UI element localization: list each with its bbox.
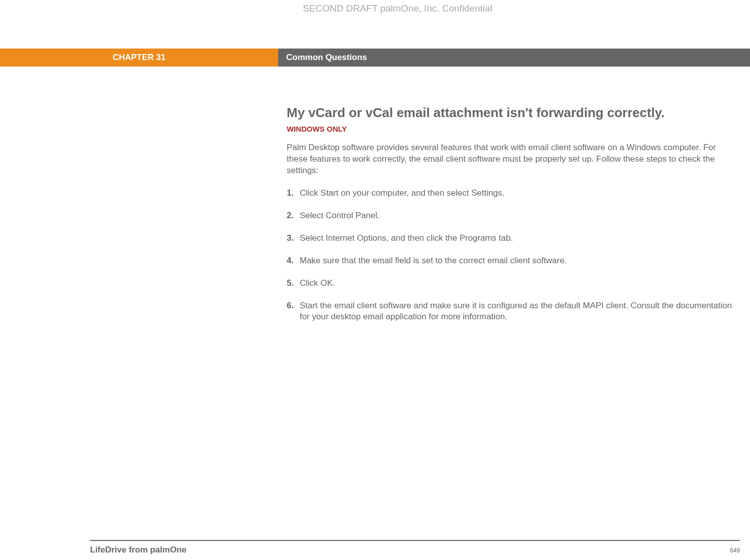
steps-list: 1. Click Start on your computer, and the… xyxy=(287,188,740,323)
step-number: 1. xyxy=(287,188,298,199)
intro-paragraph: Palm Desktop software provides several f… xyxy=(287,142,727,177)
step-number: 4. xyxy=(287,255,298,267)
step-item: 4. Make sure that the email field is set… xyxy=(287,255,740,267)
step-item: 6. Start the email client software and m… xyxy=(287,300,740,323)
chapter-label: CHAPTER 31 xyxy=(0,49,278,67)
footer-title: LifeDrive from palmOne xyxy=(90,545,187,555)
step-text: Start the email client software and make… xyxy=(300,300,740,323)
step-item: 5. Click OK. xyxy=(287,278,740,289)
step-item: 3. Select Internet Options, and then cli… xyxy=(287,233,740,244)
step-item: 1. Click Start on your computer, and the… xyxy=(287,188,740,199)
confidential-header: SECOND DRAFT palmOne, Inc. Confidential xyxy=(0,3,750,14)
step-number: 6. xyxy=(287,300,298,323)
platform-note: WINDOWS ONLY xyxy=(287,125,740,133)
step-item: 2. Select Control Panel. xyxy=(287,210,740,222)
page-footer: LifeDrive from palmOne 649 xyxy=(90,540,740,555)
step-number: 5. xyxy=(287,278,298,289)
step-text: Click Start on your computer, and then s… xyxy=(300,188,740,199)
main-content: My vCard or vCal email attachment isn't … xyxy=(287,105,740,334)
step-text: Make sure that the email field is set to… xyxy=(300,255,740,267)
step-text: Click OK. xyxy=(300,278,740,289)
step-number: 3. xyxy=(287,233,298,244)
chapter-title: Common Questions xyxy=(278,49,750,67)
chapter-header-bar: CHAPTER 31 Common Questions xyxy=(0,49,750,67)
step-text: Select Control Panel. xyxy=(300,210,740,222)
step-number: 2. xyxy=(287,210,298,222)
section-heading: My vCard or vCal email attachment isn't … xyxy=(287,105,740,121)
step-text: Select Internet Options, and then click … xyxy=(300,233,740,244)
page-number: 649 xyxy=(730,547,740,554)
